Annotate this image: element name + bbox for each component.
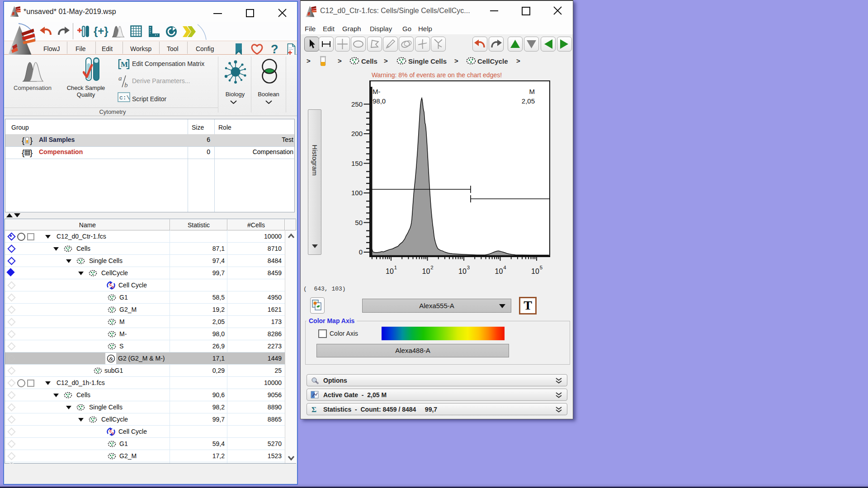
svg-text:100: 100 [351, 189, 363, 197]
svg-text:a: a [118, 75, 122, 82]
svg-text:10: 10 [386, 267, 394, 275]
svg-text:2,05: 2,05 [522, 97, 535, 105]
svg-text:b: b [124, 81, 128, 88]
svg-text:c: c [112, 285, 114, 289]
svg-text:{+}: {+} [94, 25, 108, 37]
svg-text:10: 10 [458, 267, 467, 275]
svg-text:3: 3 [467, 265, 470, 270]
svg-text:10: 10 [531, 267, 539, 275]
svg-text:2: 2 [430, 265, 433, 270]
svg-text:M: M [529, 88, 535, 95]
svg-text:200: 200 [351, 130, 363, 137]
svg-text:}: } [30, 136, 33, 145]
svg-text:M: M [121, 60, 128, 69]
svg-text:0: 0 [359, 248, 363, 256]
svg-text:Σ: Σ [311, 405, 316, 413]
svg-text:10: 10 [422, 267, 430, 275]
svg-text:c:\: c:\ [119, 94, 130, 101]
svg-text:1: 1 [394, 265, 397, 270]
svg-text:{: { [22, 148, 25, 157]
svg-text:50: 50 [355, 219, 363, 226]
svg-text:250: 250 [351, 100, 363, 108]
svg-text:150: 150 [351, 160, 363, 167]
svg-text:}: } [30, 148, 33, 157]
svg-text:M-: M- [373, 88, 381, 95]
svg-text:98,0: 98,0 [373, 97, 386, 105]
svg-text:10: 10 [495, 267, 503, 275]
svg-text:{: { [22, 136, 25, 145]
svg-text:5: 5 [540, 265, 542, 270]
svg-text:?: ? [271, 43, 278, 56]
svg-text:c: c [112, 431, 114, 436]
svg-text:&: & [109, 356, 113, 362]
svg-text:4: 4 [503, 265, 506, 270]
